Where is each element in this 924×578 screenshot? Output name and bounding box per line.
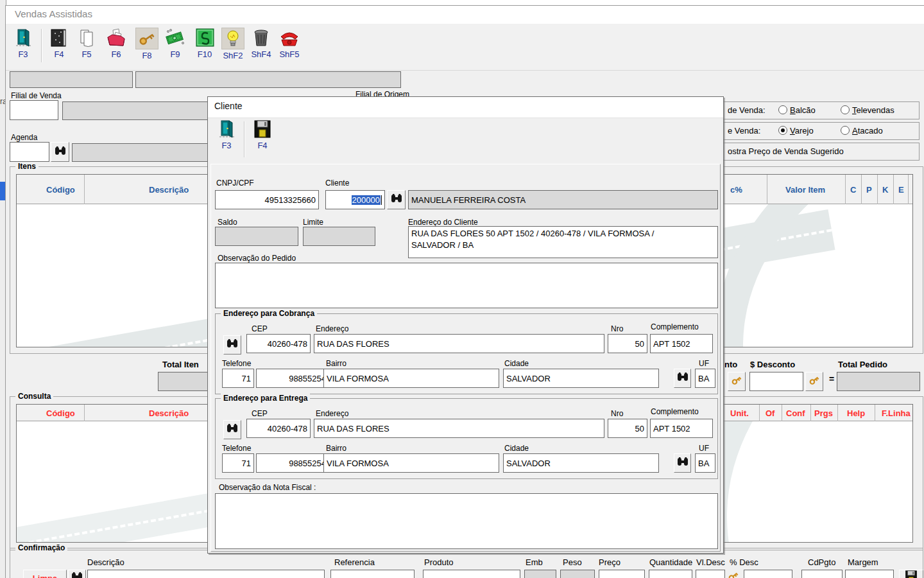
confirmacao-col-quantidade: Quantidade	[649, 558, 692, 567]
column-separator	[810, 405, 811, 421]
telefone-label: Telefone	[222, 444, 251, 453]
column-separator	[782, 405, 782, 421]
cobranca-ddd-input[interactable]: 71	[222, 369, 254, 388]
toolbar-button-f9[interactable]: F9	[160, 28, 190, 70]
obs-pedido-textarea[interactable]	[215, 263, 718, 308]
telefone-value: 98855254	[289, 374, 326, 383]
cliente-code-input[interactable]: 200000	[325, 190, 385, 209]
agenda-label: Agenda	[11, 133, 37, 142]
radio-varejo-label[interactable]: Varejo	[790, 126, 814, 136]
itens-col-c: C	[850, 185, 856, 195]
entrega-nro-input[interactable]: 50	[608, 419, 647, 438]
cobranca-cep-input[interactable]: 40260-478	[246, 334, 311, 353]
preco-venda-label-fragment: e Venda:	[728, 126, 760, 136]
cobranca-telefone-input[interactable]: 98855254	[256, 369, 329, 388]
binoculars-icon	[676, 457, 689, 469]
toolbar-button-f3[interactable]: F3	[8, 28, 38, 70]
toolbar-button-shf2[interactable]: ShF2	[218, 28, 248, 70]
obs-nf-textarea[interactable]	[215, 493, 718, 549]
confirmacao-save-button[interactable]	[899, 570, 923, 578]
toolbar-button-f4[interactable]: F4	[44, 28, 74, 70]
agenda-code-input[interactable]	[10, 142, 49, 162]
radio-varejo[interactable]	[778, 126, 787, 135]
cnpj-input[interactable]: 49513325660	[215, 190, 319, 209]
limpa-button[interactable]: Limpa	[23, 570, 67, 578]
itens-col-desc-pct-fragment: c%	[730, 185, 742, 195]
confirmacao-referencia-input[interactable]	[330, 570, 415, 578]
radio-televendas[interactable]	[841, 105, 850, 114]
toolbar-button-f10[interactable]: F10	[190, 28, 219, 70]
endereco-cliente-label: Endereço do Cliente	[408, 218, 478, 227]
pct-desconto-label-fragment: nto	[724, 360, 737, 369]
save-floppy-icon	[903, 570, 919, 578]
radio-televendas-label[interactable]: Televendas	[852, 105, 894, 115]
cidade-value: SALVADOR	[506, 374, 551, 383]
entrega-bairro-input[interactable]: VILA FORMOSA	[323, 453, 499, 473]
entrega-complemento-input[interactable]: APT 1502	[650, 419, 713, 438]
dialog-button-label: F3	[221, 141, 231, 150]
toolbar-button-label: F9	[170, 49, 180, 59]
confirmacao-produto-input[interactable]	[423, 570, 520, 578]
entrega-uf-input[interactable]: BA	[695, 453, 715, 473]
pct-desconto-key-button[interactable]	[728, 372, 746, 391]
dialog-title-bar[interactable]: Cliente	[208, 97, 723, 118]
dialog-title: Cliente	[214, 101, 243, 110]
toolbar-button-shf4[interactable]: ShF4	[246, 28, 276, 70]
confirmacao-col-peso: Peso	[563, 558, 582, 567]
cliente-search-button[interactable]	[387, 190, 406, 209]
entrega-cep-search-button[interactable]	[223, 420, 241, 439]
cobranca-cep-search-button[interactable]	[223, 335, 241, 355]
dollar-desconto-key-button[interactable]	[805, 372, 823, 391]
column-separator	[767, 175, 767, 204]
toolbar-button-f8[interactable]: F8	[132, 28, 162, 70]
cobranca-cidade-search-button[interactable]	[674, 369, 691, 388]
consulta-col-descricao: Descrição	[149, 408, 189, 418]
binoculars-icon	[54, 146, 67, 159]
key-icon[interactable]	[727, 570, 742, 578]
entrega-endereco-input[interactable]: RUA DAS FLORES	[314, 419, 604, 438]
total-pedido-label: Total Pedido	[838, 360, 887, 369]
radio-atacado-label[interactable]: Atacado	[852, 126, 883, 136]
agenda-search-button[interactable]	[51, 142, 69, 162]
confirmacao-col-emb: Emb	[526, 558, 543, 567]
toolbar-button-f6[interactable]: F6	[101, 28, 131, 70]
dialog-button-f4[interactable]: F4	[248, 119, 277, 161]
cep-value: 40260-478	[268, 424, 307, 434]
confirmacao-descricao-input[interactable]	[87, 570, 325, 578]
radio-balcao-label[interactable]: Balcão	[790, 105, 816, 115]
confirmacao-pctdesc-input[interactable]	[744, 570, 792, 578]
cobranca-nro-input[interactable]: 50	[608, 334, 647, 353]
entrega-cep-input[interactable]: 40260-478	[246, 419, 311, 438]
radio-balcao[interactable]	[778, 105, 787, 114]
cobranca-uf-input[interactable]: BA	[695, 369, 715, 388]
entrega-cidade-search-button[interactable]	[674, 453, 691, 473]
confirmacao-margem-input[interactable]	[845, 570, 894, 578]
confirmacao-col-vldesc: Vl.Desc	[696, 558, 725, 567]
status-field-left	[10, 71, 133, 88]
confirmacao-preco-input[interactable]	[599, 570, 645, 578]
toolbar-button-shf5[interactable]: ShF5	[275, 28, 304, 70]
entrega-ddd-input[interactable]: 71	[222, 453, 254, 473]
confirmacao-vldesc-input[interactable]	[696, 570, 725, 578]
title-bar[interactable]: Vendas Assistidas	[6, 6, 924, 24]
cobranca-complemento-input[interactable]: APT 1502	[650, 334, 713, 353]
dollar-desconto-input[interactable]	[749, 372, 803, 391]
entrega-cidade-input[interactable]: SALVADOR	[503, 453, 659, 473]
confirmacao-quantidade-input[interactable]	[649, 570, 692, 578]
filial-venda-code-input[interactable]	[10, 100, 58, 120]
cnpj-label: CNPJ/CPF	[216, 179, 254, 188]
confirmacao-cdpgto-input[interactable]	[801, 570, 843, 578]
confirmacao-search-button[interactable]	[68, 570, 86, 578]
toolbar-button-f5[interactable]: F5	[72, 28, 101, 70]
entrega-telefone-input[interactable]: 98855254	[256, 453, 329, 473]
cobranca-cidade-input[interactable]: SALVADOR	[503, 369, 659, 388]
endereco-cliente-line1: RUA DAS FLORES 50 APT 1502 / 40260-478 /…	[411, 228, 715, 240]
limite-label: Limite	[303, 218, 323, 227]
radio-atacado[interactable]	[841, 126, 850, 135]
ddd-value: 71	[242, 459, 251, 468]
entrega-group-title: Endereço para Entrega	[221, 394, 310, 403]
dialog-button-f3[interactable]: F3	[212, 119, 241, 161]
cobranca-endereco-input[interactable]: RUA DAS FLORES	[314, 334, 604, 353]
cliente-code-value: 200000	[352, 195, 381, 205]
cobranca-bairro-input[interactable]: VILA FORMOSA	[323, 369, 499, 388]
